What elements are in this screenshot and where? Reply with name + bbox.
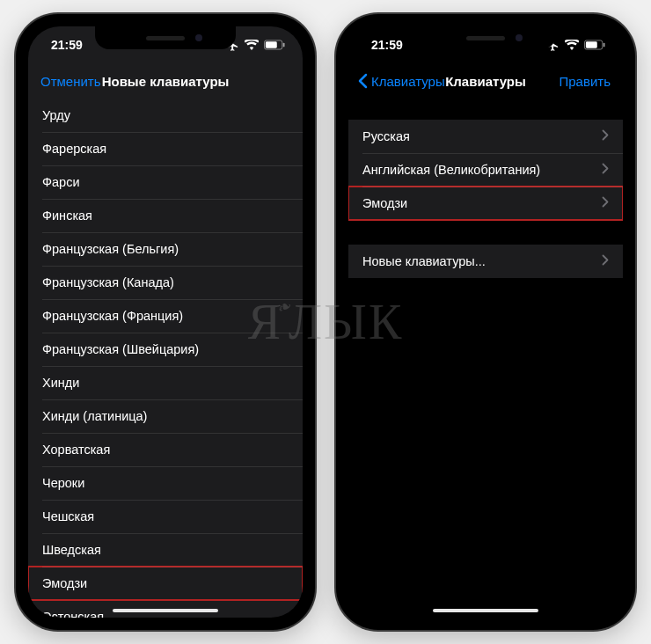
speaker (466, 36, 505, 40)
list-item[interactable]: Русская (348, 120, 623, 153)
cancel-button[interactable]: Отменить (40, 74, 101, 89)
list-item[interactable]: Французская (Бельгия) (28, 232, 303, 266)
list-item-label: Эстонская (42, 610, 104, 618)
phone-right: 21:59 Клавиатуры Клавиатуры Править Русс… (336, 14, 635, 630)
list-item[interactable]: Эмодзи (28, 567, 303, 600)
list-item-label: Чешская (42, 509, 94, 523)
svg-rect-5 (603, 43, 605, 48)
phone-left: 21:59 Отменить Новые клавиатуры УрдуФаре… (16, 14, 315, 630)
list-item[interactable]: Финская (28, 199, 303, 232)
list-item-label: Французская (Франция) (42, 309, 183, 323)
list-item-label: Французская (Бельгия) (42, 242, 179, 256)
back-button[interactable]: Клавиатуры (357, 73, 445, 89)
list-item[interactable]: Английская (Великобритания) (348, 153, 623, 187)
list-item-label: Английская (Великобритания) (362, 163, 540, 177)
chevron-right-icon (602, 163, 609, 177)
page-title: Новые клавиатуры (102, 74, 230, 89)
chevron-right-icon (602, 129, 609, 143)
list-item-label: Французская (Канада) (42, 275, 174, 289)
list-item[interactable]: Эмодзи (348, 187, 623, 220)
active-keyboards-group: РусскаяАнглийская (Великобритания)Эмодзи (348, 120, 623, 220)
screen-left: 21:59 Отменить Новые клавиатуры УрдуФаре… (28, 26, 303, 618)
edit-button[interactable]: Править (560, 74, 611, 89)
svg-rect-4 (586, 41, 597, 48)
list-item-label: Французская (Швейцария) (42, 342, 199, 356)
list-item[interactable]: Шведская (28, 533, 303, 567)
list-item-label: Новые клавиатуры... (362, 254, 486, 268)
back-label: Клавиатуры (371, 74, 445, 89)
group-gap (348, 220, 623, 245)
navbar-left: Отменить Новые клавиатуры (28, 63, 303, 99)
list-item-label: Эмодзи (362, 196, 407, 210)
front-camera (195, 34, 202, 41)
list-item[interactable]: Фарси (28, 165, 303, 199)
list-item[interactable]: Фарерская (28, 132, 303, 165)
screen-right: 21:59 Клавиатуры Клавиатуры Править Русс… (348, 26, 623, 618)
list-item-label: Фарерская (42, 142, 106, 156)
chevron-right-icon (602, 254, 609, 268)
speaker (146, 36, 185, 40)
page-title: Клавиатуры (445, 74, 526, 89)
battery-icon (584, 40, 605, 50)
list-item-label: Эмодзи (42, 576, 87, 590)
chevron-left-icon (357, 73, 368, 89)
add-keyboard-row[interactable]: Новые клавиатуры... (348, 245, 623, 278)
list-item-label: Чероки (42, 476, 84, 490)
list-item[interactable]: Французская (Канада) (28, 266, 303, 299)
list-item[interactable]: Хинди (латиница) (28, 399, 303, 433)
wifi-icon (565, 40, 579, 50)
list-item[interactable]: Урду (28, 99, 303, 132)
list-item[interactable]: Хорватская (28, 433, 303, 466)
notch (95, 26, 236, 49)
svg-rect-2 (283, 43, 285, 48)
svg-rect-1 (266, 41, 277, 48)
front-camera (516, 34, 523, 41)
navbar-right: Клавиатуры Клавиатуры Править (348, 63, 623, 99)
list-item-label: Хорватская (42, 443, 110, 457)
list-item-label: Русская (362, 129, 410, 143)
keyboard-list[interactable]: УрдуФарерскаяФарсиФинскаяФранцузская (Бе… (28, 99, 303, 618)
list-item-label: Шведская (42, 543, 101, 557)
list-item-label: Хинди (42, 376, 79, 390)
wifi-icon (245, 40, 259, 50)
chevron-right-icon (602, 196, 609, 210)
list-item-label: Финская (42, 209, 92, 223)
list-item-label: Урду (42, 108, 70, 122)
list-item[interactable]: Чероки (28, 466, 303, 500)
status-right (226, 39, 285, 52)
home-indicator[interactable] (433, 609, 538, 612)
notch (415, 26, 556, 49)
status-right (546, 39, 605, 52)
list-item[interactable]: Чешская (28, 500, 303, 533)
battery-icon (264, 40, 285, 50)
status-time: 21:59 (51, 38, 83, 52)
list-item[interactable]: Французская (Швейцария) (28, 333, 303, 366)
status-time: 21:59 (371, 38, 403, 52)
add-keyboard-group: Новые клавиатуры... (348, 245, 623, 278)
home-indicator[interactable] (113, 609, 218, 612)
list-item-label: Фарси (42, 175, 80, 189)
list-item[interactable]: Хинди (28, 366, 303, 399)
list-item[interactable]: Французская (Франция) (28, 299, 303, 333)
list-item-label: Хинди (латиница) (42, 409, 147, 423)
